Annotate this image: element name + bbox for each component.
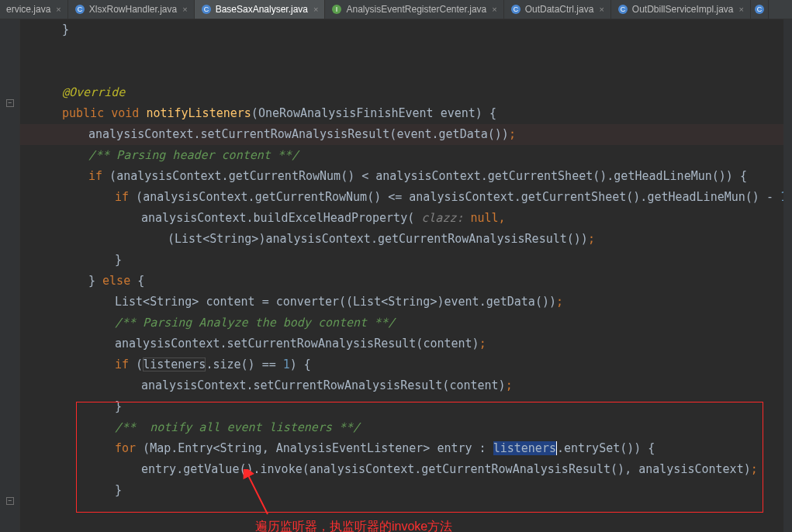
tab-file-2[interactable]: C BaseSaxAnalyser.java × (195, 0, 326, 19)
gutter: − − (0, 19, 20, 532)
annotation: @Override (62, 85, 125, 99)
editor-tab-bar: ervice.java × C XlsxRowHandler.java × C … (0, 0, 792, 19)
tab-file-4[interactable]: C OutDataCtrl.java × (504, 0, 611, 19)
tab-file-1[interactable]: C XlsxRowHandler.java × (68, 0, 195, 19)
tab-file-3[interactable]: I AnalysisEventRegisterCenter.java × (325, 0, 503, 19)
annotation-text: 遍历监听器，执监听器的invoke方法 (255, 519, 452, 532)
close-icon[interactable]: × (739, 5, 744, 14)
fold-toggle-icon[interactable]: − (6, 99, 14, 107)
close-icon[interactable]: × (182, 5, 187, 14)
svg-text:C: C (78, 5, 83, 13)
java-class-icon: C (74, 4, 85, 15)
tab-label: OutDataCtrl.java (525, 4, 594, 15)
java-class-icon: C (754, 4, 765, 15)
java-class-icon: C (510, 4, 521, 15)
tab-label: BaseSaxAnalyser.java (216, 4, 308, 15)
svg-text:I: I (336, 5, 338, 13)
svg-text:C: C (757, 5, 763, 13)
tab-label: OutDbillServiceImpl.java (632, 4, 734, 15)
tab-label: ervice.java (6, 4, 50, 15)
fold-toggle-icon[interactable]: − (6, 497, 14, 505)
tab-bar-spacer (769, 0, 792, 19)
svg-text:C: C (203, 5, 209, 13)
tab-file-0[interactable]: ervice.java × (0, 0, 68, 19)
close-icon[interactable]: × (56, 5, 61, 14)
svg-text:C: C (513, 5, 518, 13)
java-interface-icon: I (331, 4, 342, 15)
svg-text:C: C (621, 5, 626, 13)
editor-area: − − } @Override public void notifyListen… (0, 19, 792, 532)
java-class-icon: C (617, 4, 628, 15)
tab-label: XlsxRowHandler.java (89, 4, 177, 15)
tab-file-more[interactable]: C (751, 0, 769, 19)
close-icon[interactable]: × (492, 5, 496, 14)
code-text[interactable]: } @Override public void notifyListeners(… (20, 19, 792, 532)
tab-label: AnalysisEventRegisterCenter.java (346, 4, 486, 15)
vertical-scrollbar[interactable] (783, 19, 792, 532)
tab-file-5[interactable]: C OutDbillServiceImpl.java × (611, 0, 751, 19)
close-icon[interactable]: × (599, 5, 604, 14)
close-icon[interactable]: × (313, 5, 318, 14)
java-class-icon: C (201, 4, 212, 15)
